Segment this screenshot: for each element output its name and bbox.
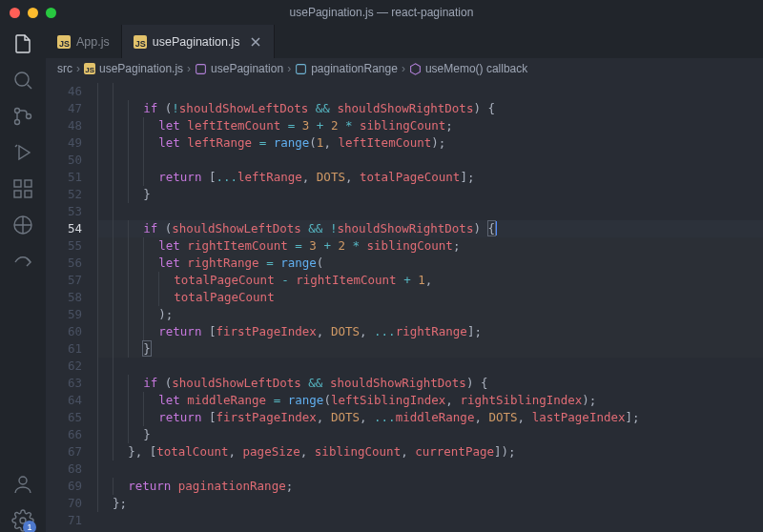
close-window-button[interactable] [10,8,20,18]
line-number-gutter: 4647484950515253545556575859606162636465… [46,79,97,532]
chevron-right-icon: › [76,62,80,75]
search-icon[interactable] [11,69,34,92]
window-title: usePagination.js — react-pagination [0,6,763,19]
live-share-icon[interactable] [11,250,34,273]
minimize-window-button[interactable] [28,8,38,18]
main: 1 JS App.js JS usePagination.js src › JS [0,25,763,532]
titlebar: usePagination.js — react-pagination [0,0,763,25]
window-controls [10,8,56,18]
account-icon[interactable] [11,473,34,496]
breadcrumb-folder[interactable]: src [57,62,72,75]
breadcrumb[interactable]: src › JS usePagination.js › usePaginatio… [46,58,763,79]
breadcrumb-symbol[interactable]: usePagination [195,62,283,75]
debug-icon[interactable] [11,141,34,164]
svg-rect-7 [25,180,31,187]
editor-area: JS App.js JS usePagination.js src › JS u… [46,25,763,532]
svg-rect-4 [14,180,21,187]
svg-point-2 [15,120,20,125]
svg-point-3 [27,114,31,119]
svg-point-9 [19,477,27,484]
tab-label: usePagination.js [153,35,240,49]
breadcrumb-file[interactable]: JS usePagination.js [84,62,183,75]
explorer-icon[interactable] [11,32,34,55]
tab-bar: JS App.js JS usePagination.js [46,25,763,58]
svg-rect-5 [14,191,21,197]
svg-rect-6 [25,191,31,197]
source-control-icon[interactable] [11,105,34,128]
variable-icon [295,63,307,75]
activity-bar: 1 [0,25,46,532]
chevron-right-icon: › [187,62,191,75]
tab-usepagination-js[interactable]: JS usePagination.js [122,25,276,58]
settings-badge: 1 [23,521,36,532]
svg-point-1 [15,109,20,113]
tab-label: App.js [76,35,110,49]
code-content[interactable]: if (!shouldShowLeftDots && shouldShowRig… [97,79,763,532]
breadcrumb-symbol[interactable]: paginationRange [295,62,398,75]
chevron-right-icon: › [287,62,291,75]
settings-gear-icon[interactable]: 1 [11,509,34,532]
close-tab-icon[interactable] [249,35,262,49]
remote-icon[interactable] [11,214,34,236]
extensions-icon[interactable] [11,177,34,200]
method-icon [195,63,207,75]
tab-app-js[interactable]: JS App.js [46,25,122,58]
svg-rect-11 [196,64,206,73]
js-file-icon: JS [84,63,95,74]
svg-rect-12 [297,64,306,73]
js-file-icon: JS [57,35,71,49]
maximize-window-button[interactable] [46,8,56,18]
breadcrumb-symbol[interactable]: useMemo() callback [409,62,527,75]
code-editor[interactable]: 4647484950515253545556575859606162636465… [46,79,763,532]
svg-point-0 [15,72,29,86]
method-icon [409,63,422,75]
chevron-right-icon: › [402,62,405,75]
js-file-icon: JS [134,35,147,49]
